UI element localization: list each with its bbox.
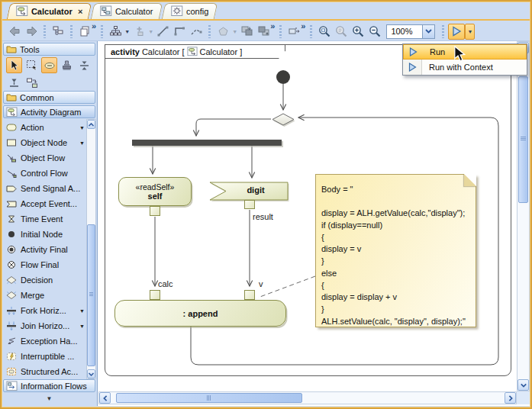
tab-calculator-activity[interactable]: Calculator × [7,3,92,19]
dropdown-icon[interactable]: ▼ [79,324,85,329]
dropdown-icon[interactable]: ▼ [124,29,131,34]
digit-result-pin[interactable] [244,200,255,209]
dropdown-icon[interactable]: ▼ [79,125,85,130]
zoom-region-button[interactable] [316,24,333,40]
body-comment-note[interactable]: Body = " display = ALH.getValue(calc,"di… [315,174,476,327]
dropdown-icon[interactable]: ▼ [79,140,85,146]
section-header-activity-diagram[interactable]: Activity Diagram [3,105,95,118]
palette-item-object-node[interactable]: Object Node▼ [3,135,85,150]
toolbar-grip[interactable] [442,25,444,38]
section-header-common[interactable]: Common [3,91,95,104]
dropdown-icon: ▼ [231,29,238,34]
scroll-down-button[interactable] [87,369,95,378]
combo-dropdown-button[interactable] [422,24,435,39]
overflow-icon[interactable]: » [92,21,96,31]
scroll-down-button[interactable] [517,379,529,391]
zoom-level-combo[interactable]: 100% [386,24,435,39]
send-backward-button[interactable] [238,24,255,40]
palette-item-exception-handler[interactable]: Exception Ha... [3,333,85,349]
toolbar-grip[interactable] [279,25,282,38]
close-icon[interactable]: × [78,7,82,16]
back-button[interactable] [6,24,23,40]
stereotype-label: «readSelf» [136,182,175,192]
palette-item-send-signal[interactable]: Send Signal A... [3,181,85,196]
bring-forward-button[interactable] [255,24,272,40]
self-output-pin[interactable] [150,206,160,216]
frame-kind: activity [111,47,140,56]
palette-item-join-horizontal[interactable]: Join Horizo...▼ [3,318,85,333]
palette-item-merge[interactable]: Merge [3,288,85,303]
folder-icon [6,45,17,53]
scroll-left-button[interactable] [99,392,111,404]
self-action-node[interactable]: «readSelf» self [118,177,192,206]
tab-label: Calculator [115,7,153,16]
object-node-icon [5,138,18,147]
run-icon [404,45,423,59]
scroll-right-button[interactable] [505,392,516,404]
vertical-align-tool-button[interactable] [6,75,22,91]
scroll-thumb[interactable] [116,393,302,403]
append-action-node[interactable]: : append [114,300,286,327]
palette-item-activity-final[interactable]: Activity Final [3,242,85,257]
activity-frame-header[interactable]: activity Calculator [ Calculator ] [105,44,285,59]
resize-shape-button[interactable] [285,24,302,40]
palette-item-decision[interactable]: Decision [3,272,85,288]
scroll-up-button[interactable] [87,120,95,129]
tab-calculator-composite[interactable]: Calculator [91,3,163,19]
toolbar-grip[interactable] [208,25,211,38]
select-tool-button[interactable] [6,57,22,73]
palette-item-action[interactable]: Action▼ [3,120,85,135]
stamp-tool-button[interactable] [59,57,75,73]
draw-rectilinear-button[interactable] [171,24,188,40]
pin-label-v: v [259,279,263,288]
marquee-select-tool-button[interactable] [24,57,40,73]
run-button[interactable] [448,24,465,40]
section-header-information-flows[interactable]: Information Flows [3,379,95,392]
append-calc-pin[interactable] [150,290,160,300]
palette-item-object-flow[interactable]: Object Flow [3,150,85,166]
palette-scrollbar[interactable] [86,119,96,379]
interruptible-region-icon [5,352,18,361]
palette-item-accept-event[interactable]: Accept Event... [3,196,85,211]
decision-icon [5,275,18,285]
dropdown-icon[interactable]: ▼ [79,308,85,314]
forward-button[interactable] [23,24,40,40]
layout-hierarchy-button[interactable] [107,24,124,40]
palette-item-fork-horizontal[interactable]: Fork Horiz...▼ [3,303,85,318]
palette-item-time-event[interactable]: Time Event [3,211,85,227]
link-tool-button[interactable] [41,57,57,73]
palette-item-initial-node[interactable]: Initial Node [3,227,85,242]
node-name: : append [183,309,218,318]
palette-item-structured-activity[interactable]: Structured Ac... [3,364,85,379]
append-v-pin[interactable] [244,290,255,300]
overflow-icon[interactable]: » [301,21,305,31]
toolbar-grip[interactable] [101,25,103,38]
tab-config[interactable]: config [162,3,218,19]
scroll-thumb[interactable] [518,76,528,203]
canvas-horizontal-scrollbar[interactable] [98,391,517,404]
palette-item-control-flow[interactable]: Control Flow [3,166,85,181]
palette-item-interruptible-region[interactable]: Interruptible ... [3,349,85,364]
containment-tree-button[interactable] [50,24,66,40]
zoom-out-button[interactable] [366,24,383,40]
vertical-distribute-tool-button[interactable] [76,57,92,73]
scroll-thumb[interactable] [87,224,95,366]
run-dropdown-button[interactable]: ▼ [465,24,475,40]
draw-oblique-button[interactable] [188,24,205,40]
zoom-level-value[interactable]: 100% [386,24,422,39]
toolbar-grip[interactable] [70,25,73,38]
overflow-icon[interactable]: » [270,21,275,31]
copy-diagram-button[interactable] [76,24,93,40]
initial-node-icon [5,230,18,239]
canvas-vertical-scrollbar[interactable] [517,41,530,391]
more-sections-icon[interactable]: ▼ [2,395,97,402]
zoom-in-button[interactable] [350,24,366,40]
draw-line-button[interactable] [154,24,171,40]
zoom-fit-button [333,24,350,40]
transfer-tool-button[interactable] [24,75,40,91]
toolbar-grip[interactable] [310,25,312,38]
dropdown-icon: ▼ [466,29,473,34]
section-header-tools[interactable]: Tools [3,43,95,56]
toolbar-grip[interactable] [44,25,46,38]
palette-item-flow-final[interactable]: Flow Final [3,257,85,272]
